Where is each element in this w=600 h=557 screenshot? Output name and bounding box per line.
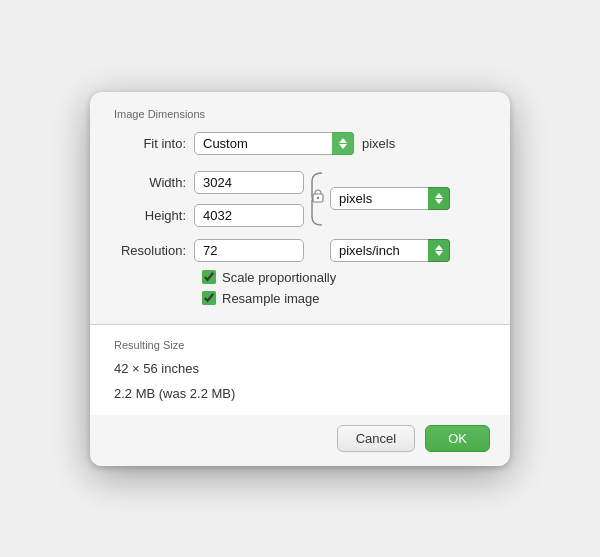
scale-proportionally-label: Scale proportionally	[222, 270, 336, 285]
fit-into-select-wrapper[interactable]: Custom Original Size 800x600 1024x768	[194, 132, 354, 155]
unit-select[interactable]: pixels inches cm mm	[330, 187, 450, 210]
width-row: Width:	[114, 171, 304, 194]
button-row: Cancel OK	[90, 415, 510, 466]
lock-bracket	[308, 169, 326, 229]
ok-button[interactable]: OK	[425, 425, 490, 452]
resolution-input[interactable]	[194, 239, 304, 262]
scale-proportionally-checkbox[interactable]	[202, 270, 216, 284]
image-dimensions-dialog: Image Dimensions Fit into: Custom Origin…	[90, 92, 510, 466]
resolution-label: Resolution:	[114, 243, 194, 258]
width-input[interactable]	[194, 171, 304, 194]
height-input[interactable]	[194, 204, 304, 227]
image-dimensions-title: Image Dimensions	[114, 108, 486, 120]
resample-image-row: Resample image	[202, 291, 486, 306]
resolution-unit-select[interactable]: pixels/inch pixels/cm	[330, 239, 450, 262]
height-row: Height:	[114, 204, 304, 227]
scale-proportionally-row: Scale proportionally	[202, 270, 486, 285]
svg-point-1	[317, 196, 319, 198]
height-label: Height:	[114, 208, 194, 223]
fit-into-row: Fit into: Custom Original Size 800x600 1…	[114, 132, 486, 155]
resample-image-label: Resample image	[222, 291, 320, 306]
resolution-unit-select-wrapper[interactable]: pixels/inch pixels/cm	[330, 239, 450, 262]
cancel-button[interactable]: Cancel	[337, 425, 415, 452]
filesize-text: 2.2 MB (was 2.2 MB)	[114, 386, 486, 401]
dimensions-text: 42 × 56 inches	[114, 361, 486, 376]
fit-into-select[interactable]: Custom Original Size 800x600 1024x768	[194, 132, 354, 155]
image-dimensions-section: Image Dimensions Fit into: Custom Origin…	[90, 92, 510, 324]
resulting-size-section: Resulting Size 42 × 56 inches 2.2 MB (wa…	[90, 324, 510, 415]
fit-into-suffix: pixels	[362, 136, 395, 151]
resolution-row: Resolution: pixels/inch pixels/cm	[114, 239, 486, 262]
width-label: Width:	[114, 175, 194, 190]
width-height-rows: Width: Height:	[114, 171, 304, 227]
resulting-size-title: Resulting Size	[114, 339, 486, 351]
fit-into-label: Fit into:	[114, 136, 194, 151]
unit-select-wrapper[interactable]: pixels inches cm mm	[330, 187, 450, 210]
resample-image-checkbox[interactable]	[202, 291, 216, 305]
lock-bracket-svg	[308, 169, 326, 229]
